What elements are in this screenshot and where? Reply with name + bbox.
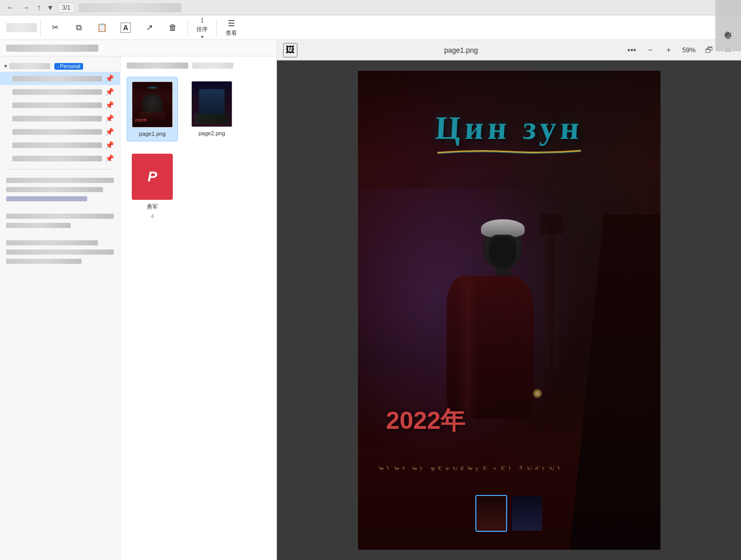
back-button[interactable]: ← bbox=[4, 2, 16, 13]
view-button[interactable]: ☰ 查看 bbox=[220, 17, 243, 38]
cut-button[interactable]: ✂ bbox=[44, 17, 66, 38]
zoom-out-button[interactable]: − bbox=[643, 43, 657, 57]
pin-icon-5: 📌 bbox=[105, 128, 114, 136]
up-button[interactable]: ↑ bbox=[35, 2, 43, 13]
sort-button[interactable]: ↕ 排序 ▾ bbox=[191, 17, 213, 38]
file-item-page1[interactable]: мин 2022年 page1.png bbox=[127, 77, 178, 141]
lantern-top bbox=[540, 214, 563, 235]
file-item-yongjun[interactable]: P 勇军 4 bbox=[127, 150, 178, 223]
viewer-more-button[interactable]: ••• bbox=[625, 43, 639, 57]
files-area: мин 2022年 page1.png bbox=[121, 56, 276, 560]
zoom-in-button[interactable]: + bbox=[662, 43, 676, 57]
pin-icon-2: 📌 bbox=[105, 88, 114, 96]
thumb-strip-item-1[interactable] bbox=[475, 495, 507, 532]
view-label: 查看 bbox=[226, 29, 237, 37]
sidebar: ▾ - Personal 📌 📌 📌 bbox=[0, 56, 121, 560]
warrior-figure bbox=[472, 224, 534, 419]
sidebar-item-3[interactable]: 📌 bbox=[0, 98, 120, 112]
viewer-title: page1.png bbox=[302, 46, 620, 54]
forward-button[interactable]: → bbox=[19, 2, 32, 13]
file-thumb-page2 bbox=[191, 81, 232, 127]
share-button[interactable]: ↗ bbox=[138, 17, 161, 38]
copy-button[interactable]: ⧉ bbox=[67, 17, 90, 38]
top-right-panel: 作中心 bbox=[715, 0, 741, 51]
file-item-page2[interactable]: page2.png bbox=[186, 77, 237, 141]
page-title-main: Цин зун bbox=[383, 112, 635, 144]
sidebar-section-chevron: ▾ bbox=[4, 63, 7, 70]
toolbar: ✂ ⧉ 📋 A ↗ 🗑 ↕ 排序 ▾ ☰ 查看 bbox=[0, 15, 741, 40]
main-area: ▾ - Personal 📌 📌 📌 bbox=[0, 40, 741, 560]
sort-icon: ↕ bbox=[197, 15, 207, 25]
delete-button[interactable]: 🗑 bbox=[162, 17, 184, 38]
file-name-yongjun: 勇军 bbox=[147, 203, 158, 211]
sort-chevron: ▾ bbox=[201, 34, 204, 39]
sidebar-item-2[interactable]: 📌 bbox=[0, 85, 120, 98]
left-panel: ▾ - Personal 📌 📌 📌 bbox=[0, 40, 277, 560]
file-name-page1: page1.png bbox=[139, 131, 166, 137]
sidebar-item-7[interactable]: 📌 bbox=[0, 152, 120, 165]
top-nav-bar: ← → ↑ ▾ 3/1 bbox=[0, 0, 741, 15]
script-text: ᠤᠯᠤᠰ ᠤᠨ ᠴᠢᠳᠠᠪᠤᠷᠢ ᠶᠢᠨ ᠱᠠᠩᠨᠠᠯ bbox=[378, 465, 565, 472]
sidebar-item-4[interactable]: 📌 bbox=[0, 112, 120, 125]
pin-icon-4: 📌 bbox=[105, 114, 114, 122]
thumb-strip-item-2[interactable] bbox=[511, 495, 543, 532]
sidebar-item-6[interactable]: 📌 bbox=[0, 138, 120, 152]
file-thumb-page1: мин 2022年 bbox=[132, 81, 173, 128]
viewer-icon-symbol: 🖼 bbox=[286, 45, 295, 55]
file-name-page2: page2.png bbox=[198, 130, 225, 136]
red-badge: P bbox=[132, 154, 173, 200]
pin-icon-1: 📌 bbox=[105, 74, 114, 82]
red-badge-letter: P bbox=[148, 169, 157, 185]
zoom-in-icon: + bbox=[666, 46, 671, 55]
pin-icon-7: 📌 bbox=[105, 154, 114, 162]
cut-icon: ✂ bbox=[50, 23, 60, 33]
pin-icon-3: 📌 bbox=[105, 101, 114, 109]
rename-icon: A bbox=[121, 23, 131, 33]
sidebar-separator bbox=[6, 169, 114, 170]
toolbar-separator-3 bbox=[216, 19, 217, 36]
explorer-body: ▾ - Personal 📌 📌 📌 bbox=[0, 56, 276, 560]
sort-label: 排序 bbox=[196, 26, 208, 33]
title-underline-svg bbox=[432, 149, 586, 155]
paste-button[interactable]: 📋 bbox=[91, 17, 113, 38]
right-panel: 🖼 page1.png ••• − + 59% 🗗 ✕ bbox=[277, 40, 741, 560]
year-text: 2022年 bbox=[386, 407, 466, 434]
pin-icon-6: 📌 bbox=[105, 141, 114, 149]
sidebar-section-header[interactable]: ▾ - Personal bbox=[0, 60, 120, 72]
zoom-out-icon: − bbox=[648, 46, 652, 55]
script-text-area: ᠤᠯᠤᠰ ᠤᠨ ᠴᠢᠳᠠᠪᠤᠷᠢ ᠶᠢᠨ ᠱᠠᠩᠨᠠᠯ bbox=[378, 464, 640, 473]
pillar bbox=[545, 214, 558, 368]
view-icon: ☰ bbox=[226, 18, 236, 28]
paste-icon: 📋 bbox=[97, 23, 107, 33]
page-title-area: Цин зун bbox=[384, 112, 635, 155]
delete-icon: 🗑 bbox=[168, 23, 178, 33]
viewer-app-icon[interactable]: 🖼 bbox=[283, 43, 297, 57]
file-subtext-yongjun: 4 bbox=[151, 214, 154, 219]
sidebar-lower-items bbox=[0, 174, 120, 268]
copy-icon: ⧉ bbox=[73, 23, 84, 33]
sidebar-item-1[interactable]: 📌 bbox=[0, 72, 120, 85]
files-grid: мин 2022年 page1.png bbox=[127, 77, 270, 223]
more-dots-icon: ••• bbox=[628, 46, 636, 55]
toolbar-separator-1 bbox=[40, 19, 41, 36]
toolbar-separator-2 bbox=[187, 19, 188, 36]
viewer-content[interactable]: Цин зун bbox=[277, 60, 741, 560]
personal-badge: - Personal bbox=[54, 63, 83, 70]
viewer-topbar: 🖼 page1.png ••• − + 59% 🗗 ✕ bbox=[277, 40, 741, 60]
page-counter: 3/1 bbox=[57, 3, 75, 13]
sidebar-item-5[interactable]: 📌 bbox=[0, 125, 120, 138]
page-image: Цин зун bbox=[358, 71, 660, 550]
breadcrumb-bar bbox=[0, 40, 276, 56]
rename-button[interactable]: A bbox=[114, 17, 137, 38]
minimize-icon: 🗗 bbox=[705, 46, 713, 55]
zoom-percent: 59% bbox=[680, 46, 698, 54]
thumb-strip bbox=[475, 495, 543, 532]
orb-glow bbox=[532, 388, 543, 399]
dropdown-button[interactable]: ▾ bbox=[46, 2, 54, 13]
share-icon: ↗ bbox=[144, 23, 154, 33]
year-text-area: 2022年 bbox=[386, 404, 466, 437]
viewer-minimize-button[interactable]: 🗗 bbox=[702, 43, 716, 57]
